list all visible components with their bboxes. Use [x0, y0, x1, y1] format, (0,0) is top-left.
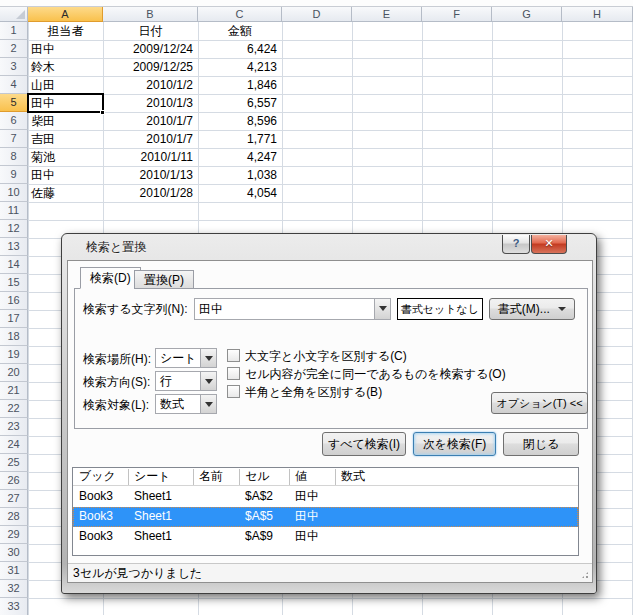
- row-header-21[interactable]: 21: [0, 382, 28, 400]
- row-header-16[interactable]: 16: [0, 292, 28, 310]
- row-header-18[interactable]: 18: [0, 328, 28, 346]
- row-header-29[interactable]: 29: [0, 526, 28, 544]
- resize-grip-icon[interactable]: [580, 570, 590, 580]
- cell-C6[interactable]: 8,596: [198, 112, 282, 130]
- column-header-F[interactable]: F: [422, 7, 492, 22]
- row-header-24[interactable]: 24: [0, 436, 28, 454]
- column-header-E[interactable]: E: [352, 7, 422, 22]
- look-in-combobox[interactable]: 数式: [155, 394, 217, 414]
- find-all-button[interactable]: すべて検索(I): [322, 432, 406, 456]
- cell-B7[interactable]: 2010/1/7: [103, 130, 198, 148]
- chevron-down-icon[interactable]: [200, 349, 216, 367]
- cell-A7[interactable]: 吉田: [28, 130, 103, 148]
- cell-C8[interactable]: 4,247: [198, 148, 282, 166]
- cell-B9[interactable]: 2010/1/13: [103, 166, 198, 184]
- row-header-32[interactable]: 32: [0, 580, 28, 598]
- chevron-down-icon[interactable]: [200, 372, 216, 390]
- cell-A1[interactable]: 担当者: [28, 22, 103, 40]
- results-column-header[interactable]: ブック: [79, 468, 116, 485]
- row-header-27[interactable]: 27: [0, 490, 28, 508]
- cell-A8[interactable]: 菊池: [28, 148, 103, 166]
- fill-handle[interactable]: [100, 110, 105, 115]
- results-column-header[interactable]: シート: [134, 468, 171, 485]
- cell-C10[interactable]: 4,054: [198, 184, 282, 202]
- options-button[interactable]: オプション(T) <<: [491, 392, 588, 414]
- cell-A4[interactable]: 山田: [28, 76, 103, 94]
- row-header-33[interactable]: 33: [0, 598, 28, 615]
- row-header-3[interactable]: 3: [0, 58, 28, 76]
- cell-A9[interactable]: 田中: [28, 166, 103, 184]
- row-header-17[interactable]: 17: [0, 310, 28, 328]
- cell-C2[interactable]: 6,424: [198, 40, 282, 58]
- cell-C3[interactable]: 4,213: [198, 58, 282, 76]
- row-header-15[interactable]: 15: [0, 274, 28, 292]
- cell-C5[interactable]: 6,557: [198, 94, 282, 112]
- select-all-corner[interactable]: [0, 7, 28, 22]
- row-header-7[interactable]: 7: [0, 130, 28, 148]
- cell-B2[interactable]: 2009/12/24: [103, 40, 198, 58]
- row-header-20[interactable]: 20: [0, 364, 28, 382]
- row-header-1[interactable]: 1: [0, 22, 28, 40]
- chevron-down-icon[interactable]: [200, 395, 216, 413]
- cell-A10[interactable]: 佐藤: [28, 184, 103, 202]
- row-header-2[interactable]: 2: [0, 40, 28, 58]
- result-row-$A$9[interactable]: Book3Sheet1$A$9田中: [73, 527, 578, 547]
- find-next-button[interactable]: 次を検索(F): [413, 432, 496, 456]
- column-header-H[interactable]: H: [562, 7, 633, 22]
- results-column-header[interactable]: 名前: [199, 468, 223, 485]
- tab-replace[interactable]: 置換(P): [134, 270, 194, 289]
- close-button[interactable]: 閉じる: [503, 432, 579, 456]
- row-header-8[interactable]: 8: [0, 148, 28, 166]
- row-header-11[interactable]: 11: [0, 202, 28, 220]
- row-header-6[interactable]: 6: [0, 112, 28, 130]
- row-header-22[interactable]: 22: [0, 400, 28, 418]
- cell-C7[interactable]: 1,771: [198, 130, 282, 148]
- row-header-30[interactable]: 30: [0, 544, 28, 562]
- cell-B10[interactable]: 2010/1/28: [103, 184, 198, 202]
- cell-C9[interactable]: 1,038: [198, 166, 282, 184]
- chevron-down-icon[interactable]: [374, 299, 390, 319]
- results-column-header[interactable]: セル: [245, 468, 270, 485]
- cell-A2[interactable]: 田中: [28, 40, 103, 58]
- row-header-23[interactable]: 23: [0, 418, 28, 436]
- row-header-26[interactable]: 26: [0, 472, 28, 490]
- row-header-13[interactable]: 13: [0, 238, 28, 256]
- row-header-4[interactable]: 4: [0, 76, 28, 94]
- find-what-combobox[interactable]: 田中: [194, 298, 391, 320]
- checkbox-unchecked-icon[interactable]: [227, 367, 240, 380]
- row-header-9[interactable]: 9: [0, 166, 28, 184]
- column-header-D[interactable]: D: [282, 7, 352, 22]
- dialog-title[interactable]: 検索と置換: [86, 239, 146, 256]
- row-header-12[interactable]: 12: [0, 220, 28, 238]
- cell-C4[interactable]: 1,846: [198, 76, 282, 94]
- close-window-button[interactable]: ✕: [531, 235, 567, 254]
- cell-A6[interactable]: 柴田: [28, 112, 103, 130]
- row-header-31[interactable]: 31: [0, 562, 28, 580]
- checkbox-unchecked-icon[interactable]: [227, 385, 240, 398]
- results-column-header[interactable]: 数式: [341, 468, 365, 485]
- row-header-14[interactable]: 14: [0, 256, 28, 274]
- cell-A3[interactable]: 鈴木: [28, 58, 103, 76]
- row-header-28[interactable]: 28: [0, 508, 28, 526]
- row-header-10[interactable]: 10: [0, 184, 28, 202]
- result-row-$A$2[interactable]: Book3Sheet1$A$2田中: [73, 487, 578, 507]
- results-column-header[interactable]: 値: [295, 468, 307, 485]
- cell-B6[interactable]: 2010/1/7: [103, 112, 198, 130]
- help-button[interactable]: ?: [502, 235, 530, 254]
- row-header-5[interactable]: 5: [0, 94, 28, 112]
- cell-B8[interactable]: 2010/1/11: [103, 148, 198, 166]
- row-header-25[interactable]: 25: [0, 454, 28, 472]
- cell-B4[interactable]: 2010/1/2: [103, 76, 198, 94]
- cell-B5[interactable]: 2010/1/3: [103, 94, 198, 112]
- column-header-C[interactable]: C: [198, 7, 282, 22]
- search-order-combobox[interactable]: 行: [155, 371, 217, 391]
- result-row-$A$5[interactable]: Book3Sheet1$A$5田中: [73, 507, 578, 527]
- format-button[interactable]: 書式(M)...: [489, 298, 575, 320]
- cell-C1[interactable]: 金額: [198, 22, 282, 40]
- within-combobox[interactable]: シート: [155, 348, 217, 368]
- cell-B1[interactable]: 日付: [103, 22, 198, 40]
- column-header-B[interactable]: B: [103, 7, 198, 22]
- checkbox-unchecked-icon[interactable]: [227, 349, 240, 362]
- cell-B3[interactable]: 2009/12/25: [103, 58, 198, 76]
- column-header-G[interactable]: G: [492, 7, 562, 22]
